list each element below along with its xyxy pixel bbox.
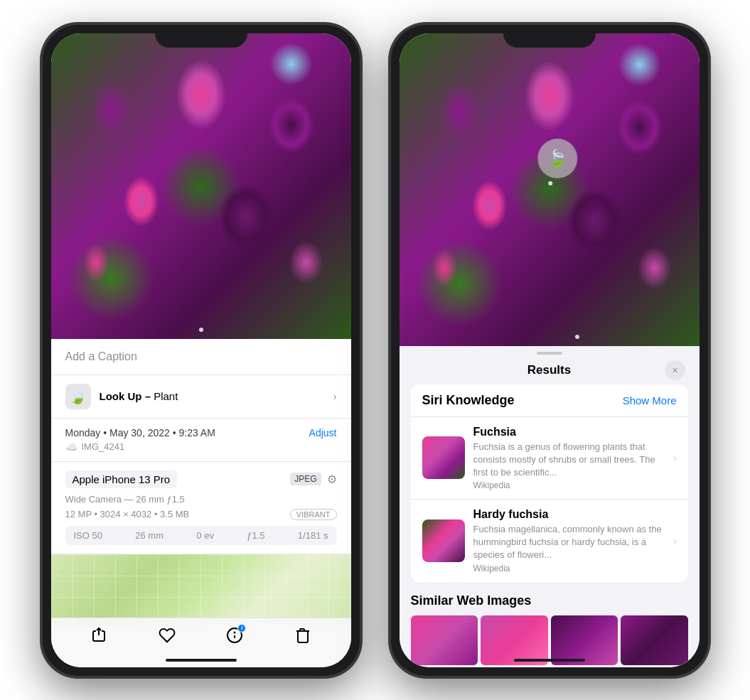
- similar-image-3[interactable]: [551, 615, 618, 665]
- siri-knowledge-title: Siri Knowledge: [422, 393, 515, 408]
- drag-handle[interactable]: [537, 352, 562, 355]
- cloud-icon: ☁️: [65, 441, 77, 453]
- favorite-button[interactable]: [159, 627, 176, 648]
- results-panel: Results × Siri Knowledge Show More: [400, 346, 700, 667]
- hardy-fuchsia-source: Wikipedia: [473, 564, 665, 574]
- camera-section: Apple iPhone 13 Pro JPEG ⚙ Wide Camera —…: [51, 462, 351, 554]
- right-flower-image: 🍃: [400, 33, 700, 346]
- info-button[interactable]: i: [226, 627, 243, 648]
- lookup-row[interactable]: 🍃 Look Up – Plant ›: [51, 375, 351, 419]
- camera-model: Apple iPhone 13 Pro: [65, 470, 178, 488]
- lens-info: Wide Camera — 26 mm ƒ1.5: [65, 494, 337, 505]
- visual-lookup-button[interactable]: 🍃: [537, 139, 577, 178]
- left-flower-image[interactable]: [51, 33, 351, 339]
- visual-lookup-dot: [548, 181, 552, 185]
- hardy-fuchsia-thumbnail: [422, 519, 465, 562]
- right-page-dot: [575, 335, 579, 339]
- vibrant-badge: VIBRANT: [290, 509, 337, 520]
- similar-image-2[interactable]: [481, 615, 548, 665]
- delete-button[interactable]: [294, 627, 311, 648]
- adjust-button[interactable]: Adjust: [309, 427, 337, 438]
- right-phone: 🍃 Results × Si: [390, 23, 709, 677]
- meta-section: Monday • May 30, 2022 • 9:23 AM Adjust ☁…: [51, 419, 351, 462]
- focal-length: 26 mm: [135, 530, 164, 541]
- shutter-speed: 1/181 s: [298, 530, 328, 541]
- home-indicator: [166, 659, 237, 662]
- hardy-fuchsia-info: Hardy fuchsia Fuchsia magellanica, commo…: [473, 508, 665, 574]
- lookup-label: Look Up – Plant: [100, 390, 178, 402]
- map-view[interactable]: [51, 554, 351, 625]
- left-phone-screen: Add a Caption 🍃 Look Up – Plant › Monday…: [51, 33, 351, 667]
- similar-images-title: Similar Web Images: [411, 593, 688, 608]
- right-phone-screen: 🍃 Results × Si: [400, 33, 700, 667]
- left-phone: Add a Caption 🍃 Look Up – Plant › Monday…: [41, 23, 361, 677]
- info-badge: i: [237, 624, 246, 632]
- fuchsia-desc: Fuchsia is a genus of flowering plants t…: [473, 441, 665, 480]
- lookup-chevron-icon: ›: [333, 391, 337, 402]
- similar-image-4[interactable]: [621, 615, 688, 665]
- results-title: Results: [527, 363, 571, 377]
- lookup-icon: 🍃: [65, 384, 91, 409]
- caption-area[interactable]: Add a Caption: [51, 339, 351, 375]
- filename: IMG_4241: [82, 441, 125, 452]
- gear-icon[interactable]: ⚙: [327, 473, 337, 486]
- fuchsia-info: Fuchsia Fuchsia is a genus of flowering …: [473, 426, 665, 491]
- hardy-fuchsia-item[interactable]: Hardy fuchsia Fuchsia magellanica, commo…: [411, 499, 688, 582]
- fuchsia-source: Wikipedia: [473, 480, 665, 490]
- hardy-fuchsia-chevron-icon: ›: [673, 535, 677, 546]
- aperture-value: ƒ1.5: [247, 530, 264, 541]
- hardy-fuchsia-desc: Fuchsia magellanica, commonly known as t…: [473, 523, 665, 562]
- right-home-indicator: [514, 659, 585, 662]
- similar-images-grid: [411, 615, 688, 665]
- photo-specs: 12 MP • 3024 × 4032 • 3.5 MB: [65, 509, 190, 519]
- similar-image-1[interactable]: [411, 615, 478, 665]
- siri-knowledge-header: Siri Knowledge Show More: [411, 384, 688, 416]
- hardy-fuchsia-name: Hardy fuchsia: [473, 508, 665, 521]
- page-dot: [199, 328, 203, 332]
- fuchsia-name: Fuchsia: [473, 426, 665, 438]
- jpeg-badge: JPEG: [290, 473, 321, 485]
- siri-knowledge-section: Siri Knowledge Show More Fuchsia Fuchsia…: [411, 384, 688, 582]
- photo-date: Monday • May 30, 2022 • 9:23 AM: [65, 427, 215, 438]
- share-button[interactable]: [90, 627, 107, 648]
- caption-placeholder[interactable]: Add a Caption: [65, 350, 137, 362]
- iso-value: ISO 50: [74, 530, 102, 541]
- results-header: Results ×: [400, 360, 700, 384]
- similar-images-section: Similar Web Images: [400, 593, 700, 665]
- show-more-button[interactable]: Show More: [623, 394, 677, 406]
- fuchsia-chevron-icon: ›: [673, 452, 677, 463]
- fuchsia-thumbnail: [422, 436, 465, 479]
- fuchsia-item[interactable]: Fuchsia Fuchsia is a genus of flowering …: [411, 416, 688, 500]
- ev-value: 0 ev: [196, 530, 214, 541]
- close-button[interactable]: ×: [665, 360, 685, 380]
